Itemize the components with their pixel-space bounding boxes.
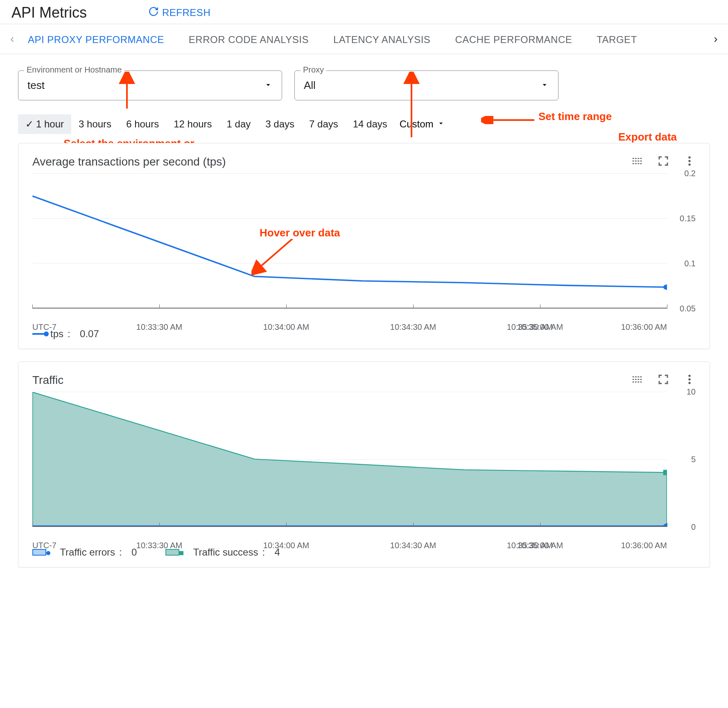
xtick: 10:34:30 AM (390, 322, 436, 332)
check-icon: ✓ (25, 118, 34, 129)
time-range-3-days[interactable]: 3 days (258, 114, 302, 134)
xtick: 10:35:30 AM (507, 322, 553, 332)
fullscreen-button[interactable] (657, 373, 669, 387)
ytick: 10 (687, 387, 696, 397)
x-axis-label: UTC-7 (32, 322, 57, 332)
series-name: Traffic errors (60, 547, 115, 558)
proxy-select-label: Proxy (301, 65, 326, 75)
tab-latency-analysis[interactable]: LATENCY ANALYSIS (333, 24, 430, 54)
environment-select[interactable]: Environment or Hostname test (18, 70, 282, 100)
svg-point-5 (688, 160, 691, 162)
xtick: 10:35:30 AM (507, 541, 553, 550)
proxy-select[interactable]: Proxy All (294, 70, 558, 100)
card-title: Average transactions per second (tps) (32, 155, 226, 168)
time-range-1-hour[interactable]: ✓1 hour (18, 114, 71, 134)
legend-toggle-button[interactable] (631, 155, 643, 168)
chevron-left-icon: ‹ (10, 32, 14, 45)
svg-point-6 (688, 163, 691, 166)
svg-point-11 (688, 382, 691, 384)
ytick: 0.15 (680, 213, 696, 223)
svg-point-4 (688, 157, 691, 159)
xtick: 10:34:00 AM (263, 541, 309, 550)
refresh-icon (148, 6, 159, 19)
legend-icon (631, 162, 643, 168)
card-traffic: Traffic 10 5 0 UTC-7 10:33:30 AM 10:3 (18, 361, 710, 567)
fullscreen-icon (657, 162, 669, 168)
series-swatch (165, 549, 179, 556)
xtick: 10:33:30 AM (136, 322, 182, 332)
ytick: 5 (691, 455, 696, 464)
xtick: 10:34:00 AM (263, 322, 309, 332)
time-range-14-days[interactable]: 14 days (346, 114, 395, 134)
ytick: 0.2 (684, 169, 696, 178)
environment-select-label: Environment or Hostname (24, 65, 124, 75)
series-swatch (32, 333, 46, 335)
time-range-1-day[interactable]: 1 day (219, 114, 258, 134)
xtick: 10:34:30 AM (390, 541, 436, 550)
time-range-label: 1 hour (36, 118, 64, 129)
ytick: 0.05 (680, 304, 696, 313)
tab-cache-performance[interactable]: CACHE PERFORMANCE (455, 24, 572, 54)
series-swatch (32, 549, 46, 556)
xtick: 10:36:00 AM (621, 322, 667, 332)
more-options-button[interactable] (683, 373, 696, 387)
fullscreen-icon (657, 381, 669, 387)
time-range-6-hours[interactable]: 6 hours (119, 114, 166, 134)
traffic-chart[interactable]: 10 5 0 UTC-7 10:33:30 AM 10:34:00 AM 10:… (32, 392, 696, 543)
more-options-button[interactable] (683, 155, 696, 168)
chevron-down-icon (540, 80, 549, 91)
legend-icon (631, 381, 643, 387)
chevron-right-icon: › (714, 32, 717, 45)
card-tps: Average transactions per second (tps) 0.… (18, 143, 710, 349)
more-vert-icon (683, 381, 696, 387)
time-range-7-days[interactable]: 7 days (302, 114, 346, 134)
svg-point-10 (688, 378, 691, 381)
tab-list: API PROXY PERFORMANCE ERROR CODE ANALYSI… (20, 24, 708, 54)
series-value: 0.07 (80, 328, 99, 340)
time-range-12-hours[interactable]: 12 hours (166, 114, 219, 134)
tab-error-code-analysis[interactable]: ERROR CODE ANALYSIS (189, 24, 309, 54)
time-range-custom-label: Custom (400, 118, 434, 130)
tps-chart[interactable]: 0.2 0.15 0.1 0.05 UTC-7 10:33:30 AM 10:3… (32, 173, 696, 325)
ytick: 0.1 (684, 259, 696, 268)
time-range-custom[interactable]: Custom (395, 114, 450, 134)
xtick: 10:36:00 AM (621, 541, 667, 550)
tabs-scroll-right[interactable]: › (708, 32, 723, 46)
chevron-down-icon (437, 118, 445, 130)
refresh-label: REFRESH (162, 7, 210, 18)
tab-api-proxy-performance[interactable]: API PROXY PERFORMANCE (28, 24, 164, 54)
time-range-3-hours[interactable]: 3 hours (71, 114, 119, 134)
svg-point-7 (663, 284, 667, 290)
tab-target[interactable]: TARGET (597, 24, 637, 54)
chevron-down-icon (264, 80, 273, 91)
time-range-bar: ✓1 hour 3 hours 6 hours 12 hours 1 day 3… (0, 109, 728, 138)
legend-toggle-button[interactable] (631, 373, 643, 387)
svg-point-9 (688, 375, 691, 377)
fullscreen-button[interactable] (657, 155, 669, 168)
page-title: API Metrics (11, 4, 87, 21)
refresh-button[interactable]: REFRESH (148, 6, 210, 19)
tabs-scroll-left[interactable]: ‹ (5, 32, 20, 46)
card-title: Traffic (32, 374, 63, 387)
svg-rect-13 (663, 470, 667, 475)
more-vert-icon (683, 162, 696, 168)
series-name: Traffic success (193, 547, 258, 558)
ytick: 0 (691, 522, 696, 532)
environment-select-value: test (27, 79, 45, 92)
proxy-select-value: All (304, 79, 316, 92)
